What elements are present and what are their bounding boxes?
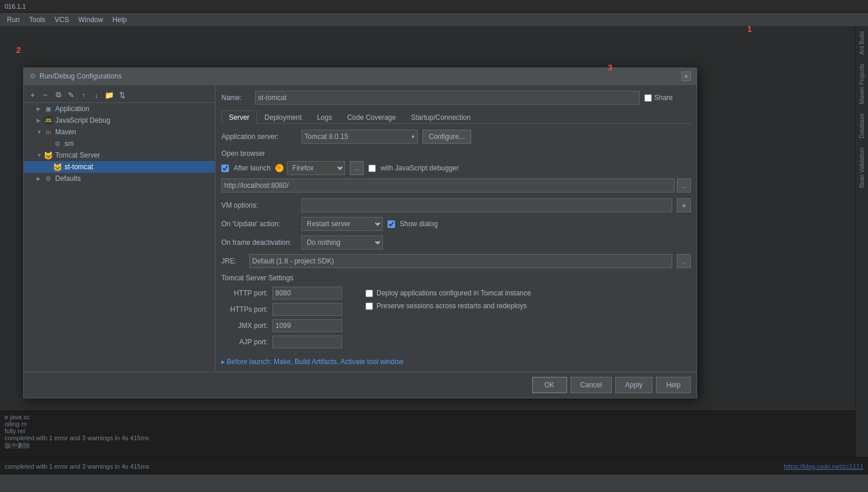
https-port-input[interactable] [272, 303, 342, 316]
tree-label-sm: sm [64, 140, 74, 148]
tree-label-application: Application [55, 105, 89, 113]
name-input[interactable] [255, 91, 640, 105]
show-dialog-label: Show dialog [400, 220, 437, 228]
remove-config-button[interactable]: − [40, 90, 51, 100]
tab-deployment[interactable]: Deployment [257, 110, 309, 124]
https-port-row: HTTPs port: [221, 303, 342, 316]
ide-area: e java sc oiling m fully rel completed w… [0, 27, 868, 475]
tomcat-settings-section: Tomcat Server Settings HTTP port: HTTPs … [221, 274, 691, 352]
ajp-port-input[interactable] [272, 336, 342, 348]
vm-options-row: VM options: + [221, 198, 691, 212]
vm-options-input[interactable] [302, 198, 672, 212]
dialog-titlebar: ⚙ Run/Debug Configurations × [24, 68, 697, 85]
name-row: Name: Share [221, 91, 691, 105]
ok-button[interactable]: OK [532, 377, 567, 393]
url-row: ... [221, 179, 691, 192]
frame-deactivation-select[interactable]: Do nothing [302, 236, 383, 249]
defaults-icon: ⚙ [44, 174, 53, 183]
open-browser-section: Open browser After launch Firefox [221, 149, 691, 192]
js-debugger-checkbox[interactable] [368, 165, 376, 172]
name-label: Name: [221, 94, 250, 102]
menu-run[interactable]: Run [2, 15, 24, 25]
deploy-apps-row: Deploy applications configured in Tomcat… [365, 289, 531, 297]
app-server-label: Application server: [221, 133, 297, 141]
app-server-select-wrapper: Tomcat 8.0.15 [302, 130, 418, 144]
application-icon: ▣ [44, 104, 53, 113]
help-button[interactable]: Help [656, 377, 691, 393]
tree-item-javascript-debug[interactable]: ▶ JS JavaScript Debug [24, 115, 215, 126]
before-launch-toggle[interactable]: ▸ Before launch: Make, Build Artifacts, … [221, 358, 691, 366]
jre-row: JRE: Default (1.8 - project SDK) ... [221, 254, 691, 268]
show-dialog-checkbox[interactable] [388, 220, 395, 228]
folder-button[interactable]: 📁 [104, 90, 114, 100]
tree-item-maven[interactable]: ▼ m Maven [24, 126, 215, 138]
open-browser-row: After launch Firefox ... [221, 161, 691, 175]
https-port-label: HTTPs port: [221, 305, 268, 313]
vm-options-label: VM options: [221, 201, 297, 209]
menu-window[interactable]: Window [74, 15, 108, 25]
jre-label: JRE: [221, 257, 245, 265]
tab-code-coverage[interactable]: Code Coverage [339, 110, 403, 124]
copy-config-button[interactable]: ⧉ [53, 90, 63, 100]
top-bar: 016.1.1 [0, 0, 868, 13]
update-action-select[interactable]: Restart server [302, 217, 383, 231]
ajp-port-label: AJP port: [221, 338, 268, 346]
cancel-button[interactable]: Cancel [571, 377, 612, 393]
js-debugger-label: with JavaScript debugger [381, 164, 459, 172]
preserve-sessions-checkbox[interactable] [365, 302, 373, 310]
vm-options-expand-button[interactable]: + [677, 198, 691, 212]
url-input[interactable] [221, 179, 675, 192]
after-launch-label: After launch [234, 164, 271, 172]
edit-templates-button[interactable]: ✎ [66, 90, 76, 100]
tomcat-checkboxes: Deploy applications configured in Tomcat… [365, 287, 531, 352]
apply-button[interactable]: Apply [615, 377, 652, 393]
http-port-input[interactable] [272, 287, 342, 300]
js-debug-icon: JS [44, 116, 53, 125]
deploy-apps-checkbox[interactable] [365, 290, 373, 297]
frame-deactivation-row: On frame deactivation: Do nothing [221, 236, 691, 249]
tomcat-settings-title: Tomcat Server Settings [221, 274, 691, 282]
tab-logs[interactable]: Logs [309, 110, 339, 124]
tree-item-application[interactable]: ▶ ▣ Application [24, 103, 215, 115]
tree-item-tomcat-server[interactable]: ▼ 🐱 Tomcat Server [24, 149, 215, 161]
tomcat-server-icon: 🐱 [44, 151, 53, 160]
tree-item-sm[interactable]: ⚙ sm [24, 138, 215, 149]
tree-toolbar: + − ⧉ ✎ ↑ ↓ 📁 ⇅ [24, 87, 215, 103]
menu-tools[interactable]: Tools [24, 15, 50, 25]
sm-gear-icon: ⚙ [53, 139, 62, 148]
menu-bar: Run Tools VCS Window Help [0, 13, 868, 27]
app-server-select[interactable]: Tomcat 8.0.15 [302, 130, 418, 144]
update-action-label: On 'Update' action: [221, 220, 297, 228]
share-checkbox[interactable] [644, 94, 652, 102]
frame-deactivation-select-wrapper: Do nothing [302, 236, 383, 249]
jmx-port-input[interactable] [272, 319, 342, 332]
tree-label-tomcat-server: Tomcat Server [55, 151, 100, 159]
after-launch-checkbox[interactable] [221, 165, 229, 172]
sort-button[interactable]: ⇅ [117, 90, 127, 100]
menu-vcs[interactable]: VCS [50, 15, 74, 25]
tree-label-st-tomcat: st-tomcat [64, 163, 93, 171]
tab-startup-connection[interactable]: Startup/Connection [403, 110, 478, 124]
menu-help[interactable]: Help [107, 15, 131, 25]
move-up-button[interactable]: ↑ [78, 90, 89, 100]
browser-ellipsis-button[interactable]: ... [350, 161, 364, 175]
browser-select-wrapper: Firefox [287, 161, 345, 175]
tab-server[interactable]: Server [221, 110, 257, 124]
tree-item-defaults[interactable]: ▶ ⚙ Defaults [24, 173, 215, 184]
dialog-title: ⚙ Run/Debug Configurations [30, 72, 121, 80]
config-panel: Name: Share Server Deployment Logs Code … [216, 85, 697, 372]
add-config-button[interactable]: + [27, 90, 38, 100]
share-checkbox-row: Share [644, 94, 691, 102]
browser-select[interactable]: Firefox [287, 161, 345, 175]
url-ellipsis-button[interactable]: ... [677, 179, 691, 192]
jre-select[interactable]: Default (1.8 - project SDK) [249, 254, 672, 268]
jmx-port-label: JMX port: [221, 322, 268, 330]
tabs-bar: Server Deployment Logs Code Coverage Sta… [221, 110, 691, 124]
jre-ellipsis-button[interactable]: ... [677, 254, 691, 268]
configure-button[interactable]: Configure... [422, 130, 471, 144]
dialog-title-text: Run/Debug Configurations [40, 72, 121, 80]
tree-item-st-tomcat[interactable]: 🐱 st-tomcat [24, 161, 215, 173]
move-down-button[interactable]: ↓ [91, 90, 102, 100]
dialog-body: + − ⧉ ✎ ↑ ↓ 📁 ⇅ ▶ ▣ Application [24, 85, 697, 372]
close-button[interactable]: × [682, 72, 691, 81]
